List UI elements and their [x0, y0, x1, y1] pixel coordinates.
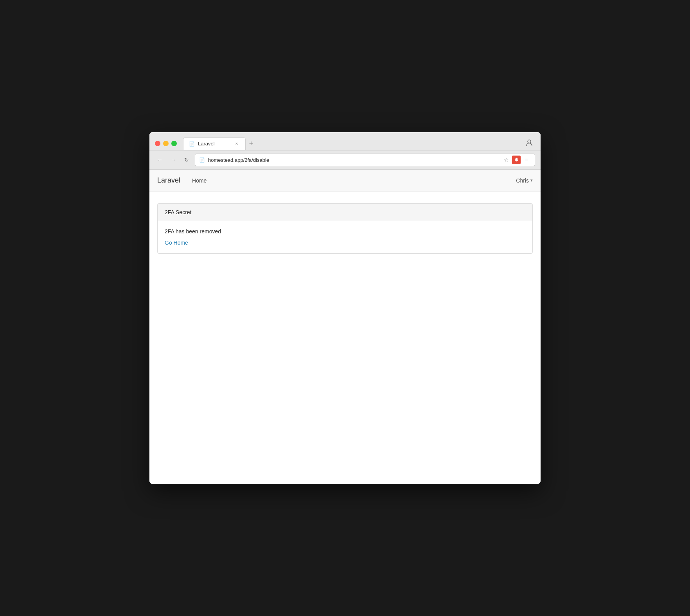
- new-tab-button[interactable]: +: [246, 138, 257, 149]
- card: 2FA Secret 2FA has been removed Go Home: [157, 203, 533, 254]
- laravel-brand-link[interactable]: Laravel: [157, 176, 180, 184]
- profile-button[interactable]: [523, 137, 535, 149]
- title-bar: 📄 Laravel × +: [149, 132, 541, 150]
- forward-button[interactable]: →: [168, 155, 178, 165]
- tab-page-icon: 📄: [189, 141, 195, 147]
- tab-label: Laravel: [198, 141, 215, 147]
- minimize-button[interactable]: [163, 141, 169, 146]
- browser-window: 📄 Laravel × + ← → ↻ 📄 homestead.app/2fa/…: [149, 132, 541, 484]
- go-home-link[interactable]: Go Home: [165, 240, 188, 246]
- nav-link-home[interactable]: Home: [192, 176, 207, 185]
- dropdown-caret-icon: ▾: [530, 178, 533, 183]
- tab-close-button[interactable]: ×: [234, 141, 240, 147]
- url-actions: ☆ ✱ ≡: [502, 156, 531, 164]
- user-menu[interactable]: Chris ▾: [516, 177, 533, 184]
- card-header: 2FA Secret: [158, 204, 532, 221]
- refresh-button[interactable]: ↻: [181, 155, 192, 165]
- nav-links: Home: [192, 176, 516, 185]
- tab-bar: 📄 Laravel × +: [183, 137, 519, 150]
- success-message: 2FA has been removed: [165, 228, 525, 235]
- bookmark-button[interactable]: ☆: [502, 156, 510, 164]
- card-body: 2FA has been removed Go Home: [158, 221, 532, 253]
- browser-tab[interactable]: 📄 Laravel ×: [183, 137, 246, 150]
- extension-button[interactable]: ✱: [512, 156, 521, 164]
- menu-button[interactable]: ≡: [522, 156, 531, 164]
- window-controls: [155, 141, 177, 146]
- url-page-icon: 📄: [199, 157, 205, 163]
- close-button[interactable]: [155, 141, 160, 146]
- svg-point-0: [528, 140, 531, 143]
- back-button[interactable]: ←: [155, 155, 165, 165]
- maximize-button[interactable]: [171, 141, 177, 146]
- url-text: homestead.app/2fa/disable: [208, 157, 499, 163]
- main-content: 2FA Secret 2FA has been removed Go Home: [149, 192, 541, 265]
- address-bar: ← → ↻ 📄 homestead.app/2fa/disable ☆ ✱ ≡: [149, 150, 541, 170]
- laravel-navbar: Laravel Home Chris ▾: [149, 170, 541, 192]
- page-content: Laravel Home Chris ▾ 2FA Secret 2FA has …: [149, 170, 541, 484]
- url-bar[interactable]: 📄 homestead.app/2fa/disable ☆ ✱ ≡: [195, 154, 535, 166]
- user-name: Chris: [516, 177, 529, 184]
